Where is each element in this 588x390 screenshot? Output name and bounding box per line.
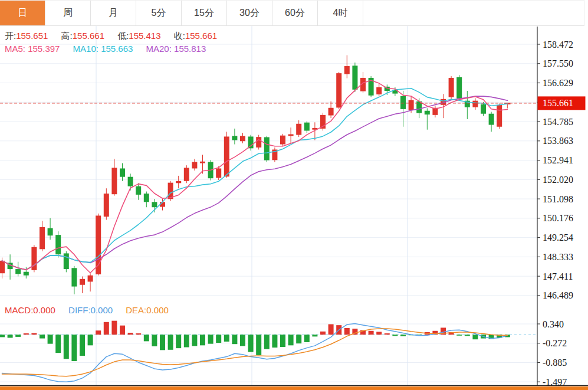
timeframe-tabbar: 日周月5分15分30分60分4时 (0, 0, 584, 26)
open-label: 开: (5, 31, 16, 41)
svg-text:0.340: 0.340 (543, 319, 564, 329)
low-value: 155.413 (129, 31, 160, 41)
candlestick-chart-canvas[interactable]: 158.472157.550156.629154.785153.863152.9… (0, 0, 588, 390)
macd-legend: MACD:0.000 DIFF:0.000 DEA:0.000 (5, 305, 179, 315)
high-value: 155.661 (73, 31, 104, 41)
svg-text:149.254: 149.254 (543, 232, 573, 242)
price-axis: 158.472157.550156.629154.785153.863152.9… (537, 27, 573, 387)
current-price-tag: 155.661 (538, 96, 586, 110)
macd-layer (0, 321, 510, 382)
macd-value: 0.000 (33, 305, 55, 315)
grid-layer (0, 25, 537, 385)
dea-value: 0.000 (146, 305, 169, 315)
diff-value: 0.000 (91, 305, 113, 315)
svg-text:152.020: 152.020 (543, 175, 573, 185)
tab-week[interactable]: 周 (45, 1, 91, 25)
ma5-label: MA5: (5, 44, 28, 54)
diff-label: DIFF: (68, 305, 91, 315)
bottom-accent-bar (0, 386, 588, 390)
ma10-label: MA10: (73, 44, 101, 54)
svg-text:148.333: 148.333 (543, 252, 573, 262)
ma10-value: 155.663 (101, 44, 133, 54)
ma-lines-layer (2, 80, 508, 273)
svg-text:157.550: 157.550 (543, 58, 573, 68)
svg-text:155.661: 155.661 (543, 98, 573, 108)
svg-text:158.472: 158.472 (543, 40, 573, 50)
svg-text:153.863: 153.863 (543, 136, 573, 146)
low-label: 低: (117, 31, 129, 41)
ohlc-legend: 开:155.651 高:155.661 低:155.413 收:155.661 (5, 31, 228, 42)
svg-text:147.411: 147.411 (543, 271, 573, 281)
close-value: 155.661 (185, 31, 217, 41)
svg-text:-0.885: -0.885 (543, 358, 567, 368)
svg-text:154.785: 154.785 (543, 117, 573, 127)
tab-4hour[interactable]: 4时 (318, 1, 363, 25)
svg-text:152.941: 152.941 (543, 155, 573, 165)
svg-text:156.629: 156.629 (543, 78, 573, 88)
dea-label: DEA: (126, 305, 146, 315)
tab-day[interactable]: 日 (0, 1, 45, 25)
tab-15min[interactable]: 15分 (182, 1, 227, 25)
close-label: 收: (174, 31, 185, 41)
svg-text:151.098: 151.098 (543, 194, 573, 204)
tab-5min[interactable]: 5分 (136, 1, 182, 25)
open-value: 155.651 (16, 31, 48, 41)
svg-text:146.489: 146.489 (543, 290, 573, 300)
ma-legend: MA5: 155.397 MA10: 155.663 MA20: 155.813 (5, 44, 216, 54)
tab-30min[interactable]: 30分 (227, 1, 272, 25)
ma20-label: MA20: (146, 44, 175, 54)
high-label: 高: (61, 31, 73, 41)
ma20-value: 155.813 (174, 44, 206, 54)
tab-60min[interactable]: 60分 (272, 1, 318, 25)
ma5-value: 155.397 (28, 44, 60, 54)
svg-text:150.176: 150.176 (543, 213, 573, 223)
macd-label: MACD: (5, 305, 33, 315)
tab-month[interactable]: 月 (91, 1, 136, 25)
candles-layer (0, 55, 510, 294)
svg-text:-0.272: -0.272 (543, 338, 567, 348)
